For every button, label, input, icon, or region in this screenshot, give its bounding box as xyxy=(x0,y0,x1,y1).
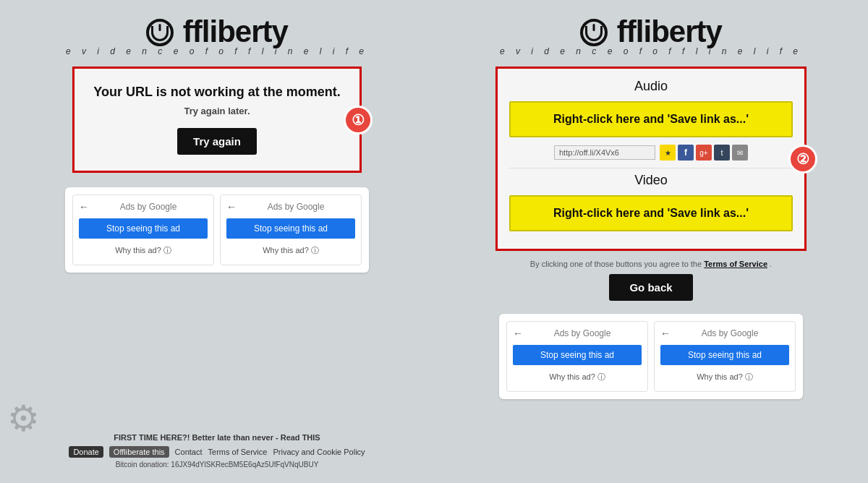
ad-header-1: ← Ads by Google xyxy=(79,201,208,213)
badge-2: ② xyxy=(788,145,817,174)
ads-panel-right: ← Ads by Google Stop seeing this ad Why … xyxy=(499,314,803,399)
facebook-icon[interactable]: f xyxy=(678,145,694,161)
privacy-link[interactable]: Privacy and Cookie Policy xyxy=(273,448,365,456)
ad-back-arrow-right-2: ← xyxy=(660,328,671,339)
donate-badge[interactable]: Donate xyxy=(69,446,103,458)
ad-back-arrow-2: ← xyxy=(226,201,237,213)
ads-panel-left: ← Ads by Google Stop seeing this ad Why … xyxy=(65,187,369,273)
ads-by-google-1: Ads by Google xyxy=(89,202,208,212)
windmill-decoration: ⚙ xyxy=(7,398,40,440)
error-title: Your URL is not working at the moment. xyxy=(89,85,345,100)
power-icon-right xyxy=(580,19,608,46)
audio-save-button[interactable]: Right-click here and 'Save link as...' xyxy=(509,101,793,137)
url-share-row: ★ f g+ t ✉ xyxy=(509,145,793,161)
short-url-input[interactable] xyxy=(554,145,655,160)
why-this-ad-1[interactable]: Why this ad? ⓘ xyxy=(79,242,208,259)
why-this-ad-right-2[interactable]: Why this ad? ⓘ xyxy=(660,369,789,385)
ad-unit-right-2: ← Ads by Google Stop seeing this ad Why … xyxy=(654,321,796,392)
video-save-button[interactable]: Right-click here and 'Save link as...' xyxy=(509,195,793,231)
video-label: Video xyxy=(509,173,793,188)
brand-name-left: ffliberty xyxy=(146,14,288,49)
ad-back-arrow-right-1: ← xyxy=(513,328,523,339)
ads-by-google-right-2: Ads by Google xyxy=(671,328,789,338)
stop-seeing-btn-2[interactable]: Stop seeing this ad xyxy=(226,218,355,239)
stop-seeing-btn-right-2[interactable]: Stop seeing this ad xyxy=(660,345,789,365)
error-box: Your URL is not working at the moment. T… xyxy=(72,67,362,173)
badge-1: ① xyxy=(344,106,373,134)
bitcoin-donation-text: Bitcoin donation: 16JX94dYlSKRecBM5E6qAz… xyxy=(69,461,365,469)
why-this-ad-2[interactable]: Why this ad? ⓘ xyxy=(226,242,355,259)
logo-right: ffliberty e v i d e n c e o f o f f l i … xyxy=(500,14,802,56)
tumblr-icon[interactable]: t xyxy=(714,145,730,161)
terms-of-service-link[interactable]: Terms of Service xyxy=(704,260,767,268)
divider xyxy=(509,168,793,168)
star-icon[interactable]: ★ xyxy=(660,145,676,161)
go-back-button[interactable]: Go back xyxy=(609,274,692,301)
download-box: Audio Right-click here and 'Save link as… xyxy=(495,67,807,251)
contact-link[interactable]: Contact xyxy=(175,448,203,456)
why-this-ad-right-1[interactable]: Why this ad? ⓘ xyxy=(513,369,642,385)
brand-name-right: ffliberty xyxy=(580,14,722,49)
ads-by-google-right-1: Ads by Google xyxy=(523,328,642,338)
logo-left: ffliberty e v i d e n c e o f o f f l i … xyxy=(66,14,368,56)
ad-back-arrow-1: ← xyxy=(79,201,89,213)
googleplus-icon[interactable]: g+ xyxy=(696,145,712,161)
ad-header-2: ← Ads by Google xyxy=(226,201,355,213)
terms-text: By clicking one of those buttons you agr… xyxy=(530,260,772,268)
ads-row-left: ← Ads by Google Stop seeing this ad Why … xyxy=(72,195,362,265)
right-panel: ffliberty e v i d e n c e o f o f f l i … xyxy=(434,0,868,483)
ad-unit-left-2: ← Ads by Google Stop seeing this ad Why … xyxy=(220,195,362,265)
ad-header-right-1: ← Ads by Google xyxy=(513,328,642,339)
footer-left: FIRST TIME HERE?! Better late than never… xyxy=(69,427,365,469)
ads-by-google-2: Ads by Google xyxy=(237,202,355,212)
try-again-button[interactable]: Try again xyxy=(177,128,257,155)
left-panel: ⚙ ffliberty e v i d e n c e o f o f f l … xyxy=(0,0,434,483)
error-subtitle: Try again later. xyxy=(89,106,345,116)
ad-header-right-2: ← Ads by Google xyxy=(660,328,789,339)
audio-label: Audio xyxy=(509,79,793,94)
ads-row-right: ← Ads by Google Stop seeing this ad Why … xyxy=(506,321,796,392)
first-time-text: FIRST TIME HERE?! Better late than never… xyxy=(69,433,365,442)
offliberate-badge[interactable]: Offliberate this xyxy=(109,446,169,458)
mail-icon[interactable]: ✉ xyxy=(732,145,748,161)
stop-seeing-btn-right-1[interactable]: Stop seeing this ad xyxy=(513,345,642,365)
footer-links: Donate Offliberate this Contact Terms of… xyxy=(69,446,365,458)
ad-unit-left-1: ← Ads by Google Stop seeing this ad Why … xyxy=(72,195,214,265)
power-icon-left xyxy=(146,19,174,46)
share-icons: ★ f g+ t ✉ xyxy=(660,145,748,161)
ad-unit-right-1: ← Ads by Google Stop seeing this ad Why … xyxy=(506,321,648,392)
terms-link-footer[interactable]: Terms of Service xyxy=(208,448,268,456)
stop-seeing-btn-1[interactable]: Stop seeing this ad xyxy=(79,218,208,239)
